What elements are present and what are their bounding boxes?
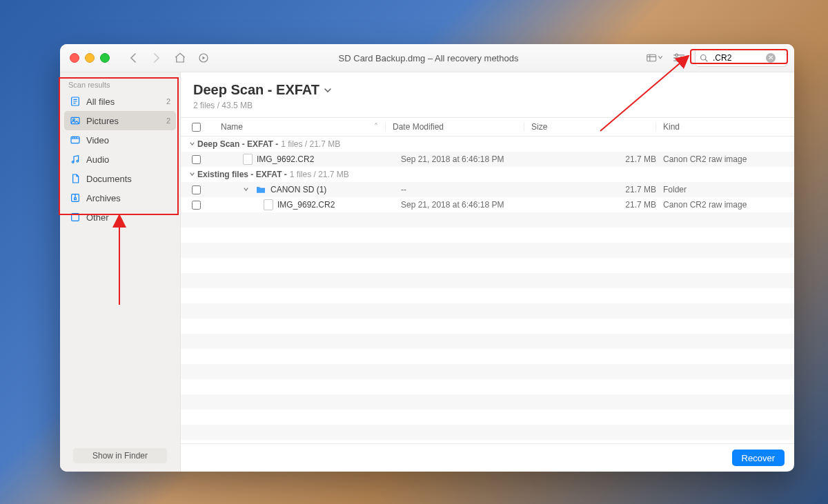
refresh-icon[interactable] [197, 52, 210, 64]
clear-search-button[interactable]: ✕ [766, 53, 776, 63]
table-row[interactable]: IMG_9692.CR2Sep 21, 2018 at 6:46:18 PM21… [181, 197, 794, 212]
pictures-icon [70, 115, 81, 126]
sidebar-item-documents[interactable]: Documents [64, 169, 176, 188]
file-kind: Canon CR2 raw image [663, 200, 794, 210]
app-window: SD Card Backup.dmg – All recovery method… [60, 44, 794, 472]
close-window-button[interactable] [70, 53, 79, 63]
sidebar-item-label: Archives [86, 193, 121, 203]
row-checkbox[interactable] [189, 183, 213, 196]
home-icon[interactable] [173, 52, 187, 64]
main-subtitle: 2 files / 43.5 MB [193, 101, 782, 110]
window-body: Scan results All files2Pictures2VideoAud… [60, 72, 794, 472]
table-row[interactable]: IMG_9692.CR2Sep 21, 2018 at 6:46:18 PM21… [181, 152, 794, 167]
file-name: IMG_9692.CR2 [257, 154, 314, 164]
toolbar-right: ✕ [647, 49, 787, 67]
column-name[interactable]: Name ˄ [213, 122, 386, 132]
sidebar: Scan results All files2Pictures2VideoAud… [60, 72, 181, 472]
column-header: Name ˄ Date Modified Size Kind [181, 117, 794, 137]
file-date: Sep 21, 2018 at 6:46:18 PM [401, 200, 532, 210]
search-field[interactable]: ✕ [695, 49, 787, 67]
file-date: Sep 21, 2018 at 6:46:18 PM [401, 154, 532, 164]
svg-rect-28 [72, 214, 79, 221]
documents-icon [70, 173, 81, 184]
titlebar: SD Card Backup.dmg – All recovery method… [60, 44, 794, 72]
minimize-window-button[interactable] [85, 53, 95, 63]
sidebar-item-label: Documents [86, 174, 132, 184]
sidebar-item-label: Other [86, 212, 109, 223]
column-kind[interactable]: Kind [656, 122, 794, 132]
show-in-finder-button[interactable]: Show in Finder [73, 448, 167, 463]
svg-point-23 [72, 161, 74, 163]
table-row[interactable]: CANON SD (1)--21.7 MBFolder [181, 182, 794, 197]
group-header[interactable]: Existing files - EXFAT - 1 files / 21.7 … [181, 167, 794, 182]
sidebar-item-label: Audio [86, 154, 109, 165]
select-all-checkbox[interactable] [189, 121, 213, 134]
column-size[interactable]: Size [524, 122, 656, 132]
other-icon [70, 212, 81, 223]
chevron-down-icon [324, 87, 332, 94]
toolbar-nav [126, 52, 210, 64]
search-input[interactable] [711, 52, 762, 63]
all-files-icon [70, 96, 81, 107]
sidebar-item-audio[interactable]: Audio [64, 150, 176, 169]
svg-line-11 [705, 59, 707, 61]
sidebar-item-pictures[interactable]: Pictures2 [64, 111, 176, 130]
file-size: 21.7 MB [532, 154, 663, 164]
sidebar-list: All files2Pictures2VideoAudioDocumentsAr… [60, 92, 180, 227]
file-kind: Folder [663, 185, 794, 194]
main-title-text: Deep Scan - EXFAT [193, 82, 319, 98]
archives-icon [70, 192, 81, 203]
column-date[interactable]: Date Modified [386, 122, 524, 132]
view-mode-button[interactable] [647, 52, 663, 63]
svg-point-24 [77, 160, 79, 162]
sidebar-heading: Scan results [60, 72, 180, 92]
svg-rect-1 [647, 54, 656, 61]
svg-rect-27 [75, 198, 77, 200]
file-date: -- [401, 185, 532, 194]
main-panel: Deep Scan - EXFAT 2 files / 43.5 MB Name… [181, 72, 794, 472]
search-icon [700, 54, 708, 62]
file-icon [243, 154, 253, 165]
fullscreen-window-button[interactable] [100, 53, 110, 63]
sidebar-item-count: 2 [166, 117, 170, 125]
file-size: 21.7 MB [532, 200, 663, 210]
back-button[interactable] [126, 53, 140, 63]
file-icon [264, 199, 273, 210]
video-icon [70, 134, 81, 145]
disclosure-triangle-icon[interactable] [243, 185, 251, 194]
main-header: Deep Scan - EXFAT 2 files / 43.5 MB [181, 72, 794, 117]
svg-rect-18 [71, 137, 79, 143]
disclosure-triangle-icon[interactable] [189, 170, 197, 179]
sidebar-item-all-files[interactable]: All files2 [64, 92, 176, 111]
row-checkbox[interactable] [189, 153, 213, 166]
sort-indicator-icon: ˄ [374, 122, 378, 132]
sidebar-item-label: Pictures [86, 116, 119, 126]
recover-button[interactable]: Recover [732, 450, 785, 466]
sidebar-item-archives[interactable]: Archives [64, 188, 176, 208]
sidebar-item-other[interactable]: Other [64, 208, 176, 227]
svg-point-5 [676, 54, 678, 56]
svg-point-7 [680, 57, 682, 59]
sidebar-item-label: All files [86, 97, 115, 107]
window-controls [70, 53, 110, 63]
main-title[interactable]: Deep Scan - EXFAT [193, 82, 782, 98]
group-header[interactable]: Deep Scan - EXFAT - 1 files / 21.7 MB [181, 137, 794, 152]
row-checkbox[interactable] [189, 199, 213, 212]
results-table[interactable]: Deep Scan - EXFAT - 1 files / 21.7 MBIMG… [181, 137, 794, 443]
disclosure-triangle-icon[interactable] [189, 139, 197, 149]
file-name: IMG_9692.CR2 [277, 200, 335, 210]
svg-point-10 [701, 55, 707, 61]
audio-icon [70, 154, 81, 165]
file-name: CANON SD (1) [270, 185, 326, 194]
sidebar-item-label: Video [86, 135, 109, 145]
folder-icon [255, 184, 266, 195]
window-title: SD Card Backup.dmg – All recovery method… [216, 53, 641, 63]
file-size: 21.7 MB [532, 185, 663, 194]
footer: Recover [181, 443, 794, 472]
file-kind: Canon CR2 raw image [663, 154, 794, 164]
sidebar-item-count: 2 [166, 97, 170, 105]
svg-point-9 [678, 59, 680, 61]
sidebar-item-video[interactable]: Video [64, 130, 176, 150]
filter-settings-icon[interactable] [673, 52, 685, 63]
forward-button[interactable] [150, 53, 164, 63]
